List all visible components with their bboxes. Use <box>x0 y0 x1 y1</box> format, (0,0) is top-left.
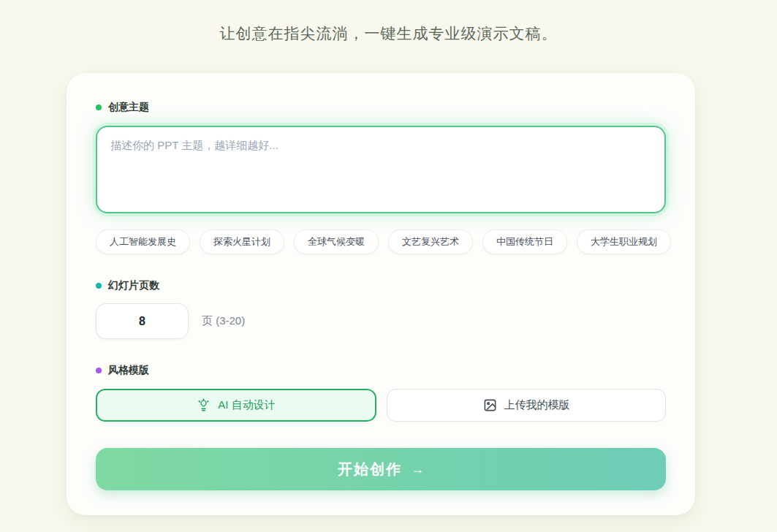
page-title: 让创意在指尖流淌，一键生成专业级演示文稿。 <box>0 0 777 44</box>
topic-label: 创意主题 <box>96 101 666 114</box>
style-template-label-text: 风格模版 <box>108 364 149 377</box>
chip-suggestion[interactable]: 中国传统节日 <box>482 229 567 254</box>
arrow-right-icon: → <box>411 462 424 477</box>
page-count-label: 幻灯片页数 <box>96 279 666 292</box>
topic-suggestion-chips: 人工智能发展史 探索火星计划 全球气候变暖 文艺复兴艺术 中国传统节日 大学生职… <box>96 229 666 254</box>
purple-dot-icon <box>96 368 102 373</box>
start-create-button[interactable]: 开始创作 → <box>96 448 666 490</box>
topic-label-text: 创意主题 <box>108 101 149 114</box>
page-count-hint: 页 (3-20) <box>202 314 245 328</box>
chip-suggestion[interactable]: 文艺复兴艺术 <box>388 229 473 254</box>
green-dot-icon <box>96 104 102 110</box>
upload-template-button[interactable]: 上传我的模版 <box>387 389 666 422</box>
image-icon <box>483 398 497 412</box>
ai-auto-design-button[interactable]: AI 自动设计 <box>96 389 376 422</box>
page-count-input[interactable] <box>96 303 189 339</box>
style-template-label: 风格模版 <box>96 364 666 377</box>
ai-auto-design-label: AI 自动设计 <box>218 398 275 412</box>
ppt-generator-card: 创意主题 人工智能发展史 探索火星计划 全球气候变暖 文艺复兴艺术 中国传统节日… <box>67 73 695 515</box>
topic-input[interactable] <box>96 126 666 213</box>
page-count-row: 页 (3-20) <box>96 303 666 339</box>
chip-suggestion[interactable]: 人工智能发展史 <box>96 229 190 254</box>
chip-suggestion[interactable]: 全球气候变暖 <box>294 229 379 254</box>
chip-suggestion[interactable]: 大学生职业规划 <box>577 229 671 254</box>
start-create-label: 开始创作 <box>338 460 402 479</box>
page-count-label-text: 幻灯片页数 <box>108 279 159 292</box>
lightbulb-icon <box>197 398 211 412</box>
style-template-options: AI 自动设计 上传我的模版 <box>96 389 666 422</box>
upload-template-label: 上传我的模版 <box>504 398 570 412</box>
teal-dot-icon <box>96 283 102 289</box>
chip-suggestion[interactable]: 探索火星计划 <box>200 229 284 254</box>
